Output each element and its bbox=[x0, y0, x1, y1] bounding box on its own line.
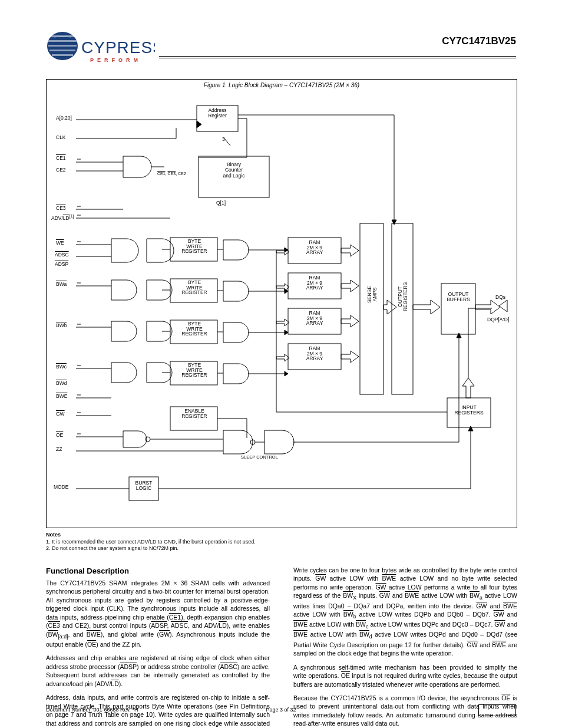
page-footer: Document Number: 001-66638 Rev. *H Page … bbox=[46, 707, 516, 713]
qi-label: Q[1] bbox=[216, 200, 226, 206]
block-burst: BURSTLOGIC bbox=[130, 480, 157, 490]
block-bwrite-b: BYTEWRITEREGISTER bbox=[174, 280, 215, 295]
block-bin-cnt: BinaryCounterand Logic bbox=[202, 162, 266, 179]
para-r1: Write cycles can be one to four bytes wi… bbox=[293, 566, 517, 658]
section-heading: Functional Description bbox=[46, 566, 270, 577]
label-adsc: ADSC bbox=[55, 252, 69, 258]
label-gw: GW bbox=[56, 411, 65, 417]
block-bwrite-d: BYTEWRITEREGISTER bbox=[174, 363, 215, 378]
label-bwc: BWc bbox=[56, 364, 67, 370]
label-bwd: BWd bbox=[56, 380, 67, 386]
ce-all: CE1, CE3, CE2 bbox=[157, 172, 186, 176]
label-advld: ADV/LD[1] bbox=[51, 214, 74, 221]
page-number: Page 3 of 32 bbox=[46, 707, 516, 713]
svg-rect-3 bbox=[48, 45, 77, 47]
block-ram-d: RAM2M × 9ARRAY bbox=[290, 346, 339, 361]
para-1: The CY7C1471BV25 SRAM integrates 2M × 36… bbox=[46, 579, 270, 649]
block-sense: SENSEAMPS bbox=[367, 284, 377, 305]
svg-rect-4 bbox=[49, 50, 75, 51]
label-ce1: CE1 bbox=[56, 155, 66, 161]
label-dqp: DQP[A:D] bbox=[487, 317, 509, 322]
svg-rect-5 bbox=[52, 54, 73, 56]
label-mode: MODE bbox=[54, 484, 69, 490]
header-rule bbox=[159, 56, 516, 58]
block-addr-reg: AddressRegister bbox=[199, 108, 236, 119]
label-oe: OE bbox=[56, 432, 63, 438]
label-ce2: CE2 bbox=[56, 167, 66, 173]
block-ram-a: RAM2M × 9ARRAY bbox=[290, 240, 339, 255]
label-clk: CLK bbox=[56, 134, 66, 140]
label-zz: ZZ bbox=[56, 446, 62, 452]
svg-rect-2 bbox=[48, 40, 77, 42]
column-left: Functional Description The CY7C1471BV25 … bbox=[46, 566, 270, 728]
part-number: CY7C1471BV25 bbox=[442, 35, 516, 47]
bus-width: 3 bbox=[222, 136, 225, 142]
block-inreg: INPUTREGISTERS bbox=[449, 405, 488, 415]
block-enable-reg: ENABLEREGISTER bbox=[174, 409, 215, 419]
label-adsp: ADSP bbox=[55, 261, 68, 267]
para-2: Addresses and chip enables are registere… bbox=[46, 654, 270, 688]
label-bwa: BWa bbox=[56, 281, 67, 287]
svg-text:PERFORM: PERFORM bbox=[90, 57, 141, 63]
label-we: WE bbox=[56, 240, 64, 246]
label-bwb: BWb bbox=[56, 322, 67, 328]
company-logo: CYPRESS PERFORM bbox=[46, 28, 155, 68]
footer-box bbox=[478, 704, 516, 716]
logic-block-diagram: Figure 1. Logic Block Diagram – CY7C1471… bbox=[46, 79, 517, 528]
sleep-control-label: SLEEP CONTROL bbox=[241, 454, 278, 460]
block-bwrite-a: BYTEWRITEREGISTER bbox=[174, 239, 215, 254]
svg-line-16 bbox=[224, 139, 230, 146]
label-bwe: BWE bbox=[56, 393, 67, 399]
column-right: Write cycles can be one to four bytes wi… bbox=[293, 566, 517, 728]
label-dqs: DQs bbox=[495, 294, 505, 300]
para-r2: A synchronous self-timed write mechanism… bbox=[293, 663, 517, 689]
block-bwrite-c: BYTEWRITEREGISTER bbox=[174, 321, 215, 337]
figure-notes: Notes 1. It is recommended the user conn… bbox=[46, 532, 256, 552]
block-outbuf: OUTPUTBUFFERS bbox=[442, 292, 474, 302]
svg-point-51 bbox=[146, 437, 150, 442]
block-ram-c: RAM2M × 9ARRAY bbox=[290, 311, 339, 326]
svg-text:CYPRESS: CYPRESS bbox=[81, 38, 155, 57]
label-address: A[0:20] bbox=[56, 115, 72, 121]
svg-rect-1 bbox=[49, 35, 75, 37]
block-outreg: OUTPUTREGISTERS bbox=[398, 281, 408, 314]
block-ram-b: RAM2M × 9ARRAY bbox=[290, 275, 339, 291]
svg-rect-70 bbox=[360, 223, 384, 394]
label-ce3: CE3 bbox=[56, 205, 66, 211]
